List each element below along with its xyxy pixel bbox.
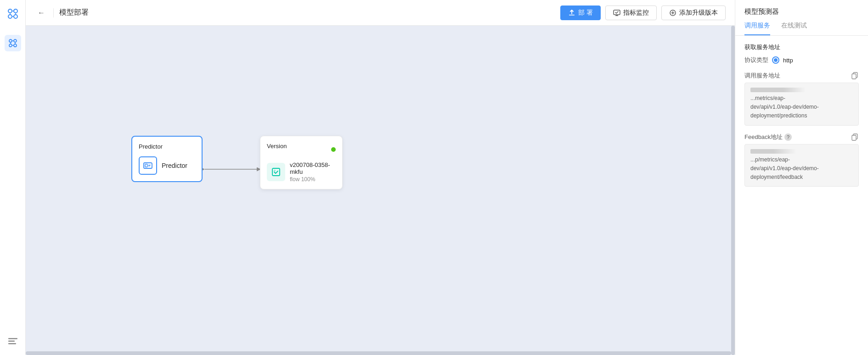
right-panel-tabs: 调用服务 在线测试 bbox=[744, 22, 859, 35]
upgrade-button[interactable]: 添加升级版本 bbox=[661, 6, 726, 20]
predictor-node-title: Predictor bbox=[139, 143, 195, 150]
header: ← 模型部署 部 署 指标监控 bbox=[26, 0, 735, 26]
address-section-title: 获取服务地址 bbox=[744, 43, 859, 51]
feedback-address-text: ...p/metrics/eap-dev/api/v1.0/eap-dev/de… bbox=[750, 156, 819, 180]
feedback-address-box: ...p/metrics/eap-dev/api/v1.0/eap-dev/de… bbox=[744, 144, 859, 187]
feedback-label-row: Feedback地址 ? bbox=[744, 133, 859, 141]
right-panel: 模型预测器 调用服务 在线测试 获取服务地址 协议类型 http 调用服务地址 bbox=[735, 0, 868, 355]
help-icon[interactable]: ? bbox=[784, 133, 792, 141]
predictor-node-label: Predictor bbox=[162, 162, 187, 169]
version-icon-box bbox=[267, 163, 285, 181]
svg-rect-19 bbox=[569, 15, 575, 16]
protocol-row: 协议类型 http bbox=[744, 56, 859, 64]
scrollbar-right[interactable] bbox=[731, 26, 735, 355]
version-body: v200708-0358-mkfu flow 100% bbox=[267, 161, 336, 183]
svg-rect-32 bbox=[274, 170, 276, 172]
predictor-node-body: Predictor bbox=[139, 156, 195, 175]
service-address-copy-icon[interactable] bbox=[851, 72, 859, 80]
sidebar-item-model[interactable] bbox=[5, 35, 21, 51]
menu-icon[interactable] bbox=[6, 335, 19, 348]
protocol-radio[interactable] bbox=[772, 56, 779, 64]
svg-rect-18 bbox=[8, 343, 16, 344]
service-address-box: ...metrics/eap-dev/api/v1.0/eap-dev/demo… bbox=[744, 83, 859, 126]
service-address-label: 调用服务地址 bbox=[744, 72, 780, 80]
address-blur-1 bbox=[750, 88, 806, 92]
protocol-value: http bbox=[783, 57, 793, 64]
svg-point-2 bbox=[8, 15, 12, 18]
version-info: v200708-0358-mkfu flow 100% bbox=[290, 161, 336, 183]
deploy-label: 部 署 bbox=[578, 9, 593, 17]
feedback-address-copy-icon[interactable] bbox=[851, 133, 859, 141]
version-flow: flow 100% bbox=[290, 176, 336, 183]
protocol-label: 协议类型 bbox=[744, 56, 768, 64]
version-node[interactable]: Version v200708-0358-mkfu flow 100% bbox=[260, 136, 343, 189]
svg-point-0 bbox=[8, 9, 12, 13]
service-address-section: 调用服务地址 ...metrics/eap-dev/api/v1.0/eap-d… bbox=[744, 72, 859, 126]
service-address-text: ...metrics/eap-dev/api/v1.0/eap-dev/demo… bbox=[750, 95, 819, 119]
service-address-label-row: 调用服务地址 bbox=[744, 72, 859, 80]
page-title: 模型部署 bbox=[59, 8, 89, 17]
right-panel-body: 获取服务地址 协议类型 http 调用服务地址 ...metri bbox=[735, 36, 868, 355]
version-name: v200708-0358-mkfu bbox=[290, 161, 336, 175]
header-actions: 部 署 指标监控 添加升级版本 bbox=[560, 6, 726, 20]
main-content: ← 模型部署 部 署 指标监控 bbox=[26, 0, 735, 355]
right-panel-header: 模型预测器 调用服务 在线测试 bbox=[735, 0, 868, 36]
radio-inner bbox=[774, 58, 778, 62]
svg-point-9 bbox=[14, 39, 17, 42]
svg-point-3 bbox=[14, 15, 17, 18]
predictor-icon-box bbox=[139, 156, 157, 175]
monitor-label: 指标监控 bbox=[623, 9, 649, 17]
status-dot bbox=[331, 147, 336, 152]
monitor-button[interactable]: 指标监控 bbox=[605, 6, 657, 20]
canvas-area[interactable]: Predictor Predictor Version bbox=[26, 26, 735, 355]
feedback-address-label: Feedback地址 ? bbox=[744, 133, 792, 141]
deploy-button[interactable]: 部 署 bbox=[560, 6, 601, 20]
svg-point-1 bbox=[14, 9, 17, 13]
svg-rect-17 bbox=[8, 341, 15, 342]
sidebar-logo[interactable] bbox=[5, 6, 21, 22]
back-button[interactable]: ← bbox=[35, 6, 48, 19]
feedback-blur-1 bbox=[750, 149, 796, 154]
scrollbar-bottom[interactable] bbox=[26, 351, 731, 355]
svg-rect-28 bbox=[145, 164, 147, 167]
arrow-svg bbox=[26, 26, 735, 355]
version-node-title: Version bbox=[267, 143, 287, 150]
predictor-node[interactable]: Predictor Predictor bbox=[131, 136, 203, 182]
version-node-header: Version bbox=[267, 143, 336, 156]
tab-invoke-service[interactable]: 调用服务 bbox=[744, 22, 770, 35]
svg-point-8 bbox=[9, 39, 12, 42]
svg-point-10 bbox=[9, 44, 12, 47]
svg-rect-34 bbox=[852, 74, 856, 79]
sidebar-bottom bbox=[6, 335, 19, 348]
tab-online-test[interactable]: 在线测试 bbox=[781, 22, 807, 35]
right-panel-title: 模型预测器 bbox=[744, 7, 859, 16]
svg-point-11 bbox=[14, 44, 17, 47]
upgrade-label: 添加升级版本 bbox=[679, 9, 718, 17]
svg-rect-16 bbox=[8, 338, 17, 339]
svg-rect-31 bbox=[272, 168, 280, 176]
sidebar bbox=[0, 0, 26, 355]
svg-rect-36 bbox=[852, 135, 856, 140]
feedback-address-section: Feedback地址 ? ...p/metrics/eap-dev/api/v1… bbox=[744, 133, 859, 187]
